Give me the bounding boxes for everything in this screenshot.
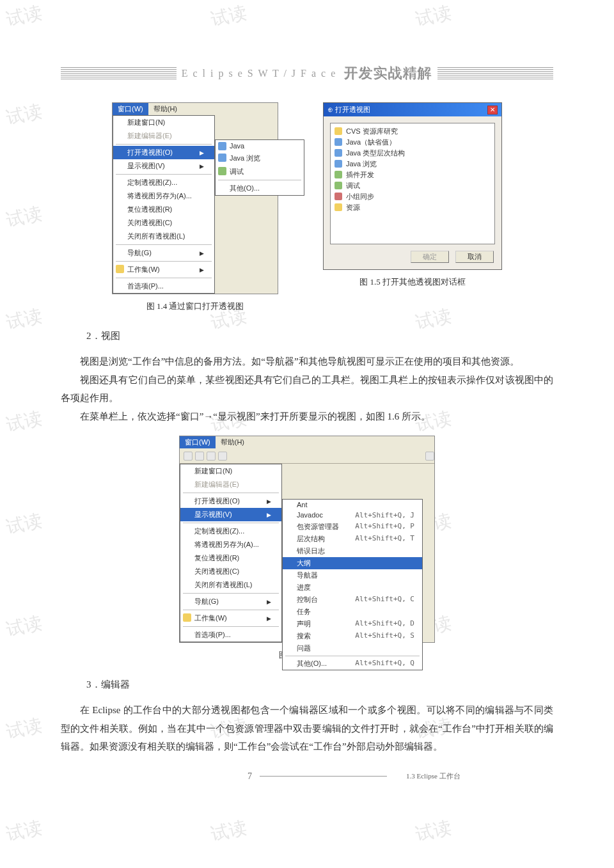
menu-show-view-label: 显示视图(V) [127, 161, 165, 171]
menu-open-perspective[interactable]: 打开透视图(O) ▶ [180, 494, 281, 508]
submenu-arrow-icon: ▶ [200, 267, 204, 273]
view-other-shortcut: Alt+Shift+Q, Q [355, 659, 414, 668]
menu-close-all-perspective[interactable]: 关闭所有透视图(L) [113, 230, 214, 243]
section-2-head: 2．视图 [86, 330, 553, 342]
menu-show-view[interactable]: 显示视图(V) ▶ [113, 159, 214, 173]
menu-working-set-label: 工作集(W) [127, 265, 160, 274]
menu-customize-perspective[interactable]: 定制透视图(Z)... [113, 176, 214, 189]
submenu-debug-label: 调试 [230, 167, 244, 177]
view-problems[interactable]: 问题 [283, 642, 422, 654]
menu-preferences[interactable]: 首选项(P)... [113, 280, 214, 293]
view-pkg-label: 包资源管理器 [297, 522, 339, 532]
view-tasks[interactable]: 任务 [283, 606, 422, 618]
view-other-label: 其他(O)... [297, 659, 327, 668]
menu-new-window[interactable]: 新建窗口(N) [180, 464, 281, 478]
view-package-explorer[interactable]: 包资源管理器 Alt+Shift+Q, P [283, 521, 422, 533]
perspective-cvs[interactable]: CVS 资源库研究 [333, 126, 492, 137]
perspective-java-type[interactable]: Java 类型层次结构 [333, 148, 492, 159]
header-rule-left [61, 67, 177, 80]
menu-working-set[interactable]: 工作集(W) ▶ [113, 263, 214, 276]
header-cn-title: 开发实战精解 [344, 64, 432, 83]
submenu-java-label: Java [230, 142, 244, 150]
view-ant[interactable]: Ant [283, 500, 422, 510]
view-prog-label: 进度 [297, 583, 311, 592]
ok-button[interactable]: 确定 [411, 251, 449, 263]
menu-sep [183, 593, 279, 594]
close-icon[interactable]: ✕ [487, 106, 498, 114]
view-declaration[interactable]: 声明 Alt+Shift+Q, D [283, 618, 422, 630]
toolbar-icon [218, 452, 227, 461]
cancel-button[interactable]: 取消 [455, 251, 494, 263]
submenu-arrow-icon: ▶ [200, 163, 204, 170]
page: E c l i p s e S W T / J F a c e 开发实战精解 窗… [0, 0, 614, 820]
submenu-debug[interactable]: 调试 [216, 165, 304, 178]
view-other[interactable]: 其他(O)... Alt+Shift+Q, Q [283, 658, 422, 670]
submenu-java-browse[interactable]: Java 浏览 [216, 152, 304, 165]
view-search-label: 搜索 [297, 631, 311, 641]
section-2-para-3: 在菜单栏上，依次选择“窗口”→“显示视图”来打开所要显示的视图，如图 1.6 所… [61, 407, 553, 426]
view-pkg-shortcut: Alt+Shift+Q, P [355, 522, 414, 532]
figure-1-4: 窗口(W) 帮助(H) 新建窗口(N) 新建编辑器(E) 打开透视图(O) ▶ … [112, 102, 278, 312]
view-con-shortcut: Alt+Shift+Q, C [355, 595, 414, 604]
menu-navigation[interactable]: 导航(G) ▶ [113, 246, 214, 260]
menu-navigation[interactable]: 导航(G) ▶ [180, 595, 281, 608]
menu-close-perspective[interactable]: 关闭透视图(C) [113, 216, 214, 230]
view-nav-label: 导航器 [297, 571, 318, 580]
submenu-other[interactable]: 其他(O)... [216, 182, 304, 195]
toolbar-icon [195, 452, 204, 461]
menu-sep [116, 261, 212, 262]
menubar-help[interactable]: 帮助(H) [216, 436, 249, 448]
menubar-help[interactable]: 帮助(H) [148, 103, 182, 115]
perspective-java-default[interactable]: Java（缺省值） [333, 137, 492, 148]
view-hierarchy[interactable]: 层次结构 Alt+Shift+Q, T [283, 533, 422, 545]
page-footer: 7 1.3 Eclipse 工作台 [61, 771, 553, 782]
menu-sep [285, 656, 420, 656]
view-ant-label: Ant [297, 501, 308, 509]
menu-sep [218, 180, 301, 180]
menu-show-view[interactable]: 显示视图(V) ▶ [180, 508, 281, 521]
view-outline-label: 大纲 [297, 558, 311, 568]
folder-icon [183, 613, 191, 622]
view-error-log[interactable]: 错误日志 [283, 545, 422, 557]
menu-working-set[interactable]: 工作集(W) ▶ [180, 612, 281, 625]
menu-close-all-perspective[interactable]: 关闭所有透视图(L) [180, 578, 281, 592]
menubar-window[interactable]: 窗口(W) [180, 436, 216, 448]
menu-reset-perspective[interactable]: 复位透视图(R) [113, 203, 214, 216]
page-header: E c l i p s e S W T / J F a c e 开发实战精解 [61, 64, 553, 83]
view-search[interactable]: 搜索 Alt+Shift+Q, S [283, 630, 422, 642]
submenu-java[interactable]: Java [216, 140, 304, 152]
fig4-menubar: 窗口(W) 帮助(H) [113, 103, 278, 115]
header-rule-right [437, 67, 553, 80]
menu-open-perspective[interactable]: 打开透视图(O) ▶ [113, 146, 214, 159]
figure-1-4-caption: 图 1.4 通过窗口打开透视图 [146, 301, 244, 312]
java-browse-icon [218, 154, 226, 162]
section-3-head: 3．编辑器 [86, 679, 553, 691]
menu-sep [183, 493, 279, 493]
menu-reset-perspective[interactable]: 复位透视图(R) [180, 551, 281, 565]
menu-save-perspective[interactable]: 将透视图另存为(A)... [180, 538, 281, 551]
menu-close-perspective[interactable]: 关闭透视图(C) [180, 565, 281, 578]
view-progress[interactable]: 进度 [283, 581, 422, 594]
submenu-arrow-icon: ▶ [200, 150, 204, 156]
submenu-arrow-icon: ▶ [267, 599, 271, 605]
section-3-para-1: 在 Eclipse 的工作台中的大部分透视图都包含一个编辑器区域和一个或多个视图… [61, 701, 553, 756]
menu-new-window[interactable]: 新建窗口(N) [113, 116, 214, 129]
dialog-body: CVS 资源库研究 Java（缺省值） Java 类型层次结构 Java 浏览 … [330, 123, 495, 244]
menu-working-set-label: 工作集(W) [194, 613, 227, 623]
perspective-team-sync[interactable]: 小组同步 [333, 191, 492, 202]
view-navigator[interactable]: 导航器 [283, 569, 422, 581]
view-console[interactable]: 控制台 Alt+Shift+Q, C [283, 594, 422, 606]
perspective-java-browse[interactable]: Java 浏览 [333, 159, 492, 170]
submenu-java-browse-label: Java 浏览 [230, 154, 260, 163]
menu-preferences[interactable]: 首选项(P)... [180, 628, 281, 642]
menu-customize-perspective[interactable]: 定制透视图(Z)... [180, 525, 281, 538]
menu-save-perspective[interactable]: 将透视图另存为(A)... [113, 189, 214, 203]
perspective-resource[interactable]: 资源 [333, 202, 492, 213]
perspective-debug[interactable]: 调试 [333, 180, 492, 191]
view-outline[interactable]: 大纲 [283, 557, 422, 569]
toolbar-icon [207, 452, 216, 461]
view-javadoc[interactable]: Javadoc Alt+Shift+Q, J [283, 510, 422, 521]
menu-sep [183, 610, 279, 610]
menubar-window[interactable]: 窗口(W) [113, 103, 148, 115]
perspective-plugin-dev[interactable]: 插件开发 [333, 170, 492, 180]
